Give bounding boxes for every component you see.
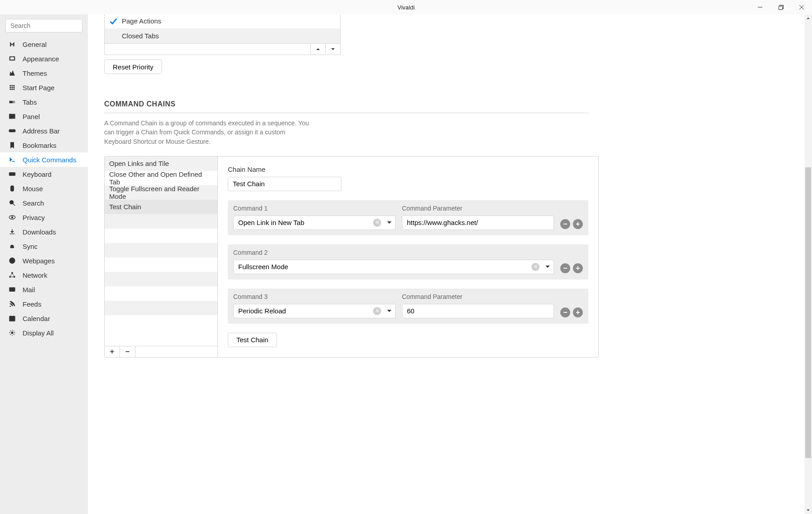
sidebar-item-search[interactable]: Search	[0, 196, 88, 210]
bookmarks-icon	[8, 142, 16, 149]
svg-point-11	[12, 87, 13, 88]
command-add-button[interactable]: +	[573, 307, 583, 317]
sidebar-item-label: Address Bar	[23, 127, 60, 135]
command-title: Command 2	[233, 249, 554, 256]
svg-rect-22	[9, 173, 15, 176]
chevron-down-icon[interactable]	[387, 307, 392, 315]
chain-name-label: Chain Name	[228, 165, 588, 173]
priority-list: Page Actions Closed Tabs	[104, 14, 341, 55]
chain-list-item[interactable]: Toggle Fullscreen and Reader Mode	[105, 185, 217, 200]
sidebar-item-sync[interactable]: Sync	[0, 239, 88, 253]
sidebar-item-bookmarks[interactable]: Bookmarks	[0, 138, 88, 152]
sidebar-item-start-page[interactable]: Start Page	[0, 80, 88, 95]
svg-rect-2	[779, 6, 782, 9]
chain-list-item	[105, 229, 217, 243]
sidebar-item-mail[interactable]: Mail	[0, 282, 88, 297]
reset-priority-button[interactable]: Reset Priority	[104, 60, 162, 74]
command-select-1[interactable]	[233, 216, 396, 230]
clear-icon[interactable]: ✕	[531, 263, 540, 271]
sidebar-item-privacy[interactable]: Privacy	[0, 210, 88, 225]
settings-search-input[interactable]	[5, 19, 83, 32]
window-titlebar: Vivaldi	[0, 0, 812, 14]
sidebar-item-label: Webpages	[23, 257, 55, 265]
sidebar-item-display-all[interactable]: Display All	[0, 326, 88, 340]
svg-rect-20	[9, 129, 15, 132]
appearance-icon	[8, 55, 16, 62]
priority-move-down-button[interactable]	[325, 44, 340, 55]
window-close-button[interactable]	[791, 0, 812, 14]
chevron-down-icon[interactable]	[545, 263, 550, 271]
chevron-down-icon[interactable]	[387, 219, 392, 226]
sidebar-item-label: Privacy	[23, 214, 45, 221]
sidebar-item-tabs[interactable]: Tabs	[0, 95, 88, 109]
command-parameter-label: Command Parameter	[402, 205, 554, 212]
command-select-2[interactable]	[233, 260, 554, 274]
vertical-scrollbar[interactable]	[804, 14, 812, 514]
chain-list-item[interactable]: Close Other and Open Defined Tab	[105, 171, 217, 185]
priority-move-up-button[interactable]	[310, 44, 325, 55]
chain-add-button[interactable]: +	[105, 346, 120, 357]
sidebar-item-mouse[interactable]: Mouse	[0, 181, 88, 196]
mouse-icon	[8, 185, 16, 192]
start-page-icon	[8, 84, 16, 91]
svg-rect-17	[13, 101, 15, 103]
command-row-1: Command 1 ✕ Command Parameter	[228, 200, 588, 235]
chain-list-item[interactable]: Open Links and Tile	[105, 156, 217, 171]
scrollbar-up-icon[interactable]	[804, 14, 812, 22]
svg-point-34	[11, 216, 13, 218]
tabs-icon	[8, 98, 16, 106]
command-select-3[interactable]	[233, 304, 396, 318]
sidebar-item-calendar[interactable]: Calendar	[0, 311, 88, 326]
sidebar-item-network[interactable]: Network	[0, 268, 88, 282]
window-minimize-button[interactable]	[750, 0, 770, 14]
sidebar-item-address-bar[interactable]: Address Bar	[0, 124, 88, 138]
command-add-button[interactable]: +	[573, 263, 583, 273]
sidebar-item-label: Network	[23, 271, 47, 279]
sidebar-item-label: Tabs	[23, 98, 37, 106]
sidebar-item-panel[interactable]: Panel	[0, 109, 88, 124]
sidebar-item-keyboard[interactable]: Keyboard	[0, 167, 88, 181]
svg-line-32	[13, 204, 15, 206]
command-parameter-input-3[interactable]	[402, 304, 554, 318]
chain-list-item	[105, 243, 217, 257]
chain-list-item	[105, 286, 217, 301]
chain-list-item	[105, 301, 217, 315]
checkmark-icon	[109, 17, 117, 25]
priority-row[interactable]: Closed Tabs	[105, 28, 340, 43]
chain-remove-button[interactable]: −	[120, 346, 135, 357]
command-title: Command 3	[233, 293, 396, 300]
sidebar-item-general[interactable]: General	[0, 37, 88, 51]
sidebar-item-themes[interactable]: Themes	[0, 66, 88, 80]
panel-icon	[8, 113, 16, 120]
chain-list-item[interactable]: Test Chain	[105, 200, 217, 214]
priority-row-label: Closed Tabs	[122, 32, 159, 40]
command-title: Command 1	[233, 205, 396, 212]
webpages-icon	[8, 257, 16, 264]
svg-point-14	[12, 89, 13, 90]
sidebar-item-webpages[interactable]: Webpages	[0, 253, 88, 268]
clear-icon[interactable]: ✕	[373, 219, 381, 227]
chain-name-input[interactable]	[228, 177, 341, 191]
sidebar-item-downloads[interactable]: Downloads	[0, 225, 88, 239]
command-parameter-input-1[interactable]	[402, 216, 554, 230]
sidebar-item-quick-commands[interactable]: Quick Commands	[0, 152, 88, 167]
window-maximize-button[interactable]	[770, 0, 791, 14]
command-remove-button[interactable]: −	[560, 219, 570, 229]
sidebar-item-label: Quick Commands	[23, 156, 76, 164]
sidebar-item-appearance[interactable]: Appearance	[0, 51, 88, 66]
sidebar-item-label: Display All	[23, 329, 54, 337]
svg-point-15	[14, 89, 15, 90]
command-add-button[interactable]: +	[573, 219, 583, 229]
clear-icon[interactable]: ✕	[373, 307, 381, 315]
test-chain-button[interactable]: Test Chain	[228, 333, 277, 347]
priority-row[interactable]: Page Actions	[105, 14, 340, 28]
sync-icon	[8, 243, 16, 250]
scrollbar-thumb[interactable]	[805, 167, 811, 458]
scrollbar-down-icon[interactable]	[804, 506, 812, 514]
command-chains-editor: Open Links and TileClose Other and Open …	[104, 156, 599, 358]
command-remove-button[interactable]: −	[560, 263, 570, 273]
command-remove-button[interactable]: −	[560, 307, 570, 317]
sidebar-item-label: Calendar	[23, 315, 50, 322]
feeds-icon	[8, 300, 16, 307]
sidebar-item-feeds[interactable]: Feeds	[0, 297, 88, 311]
